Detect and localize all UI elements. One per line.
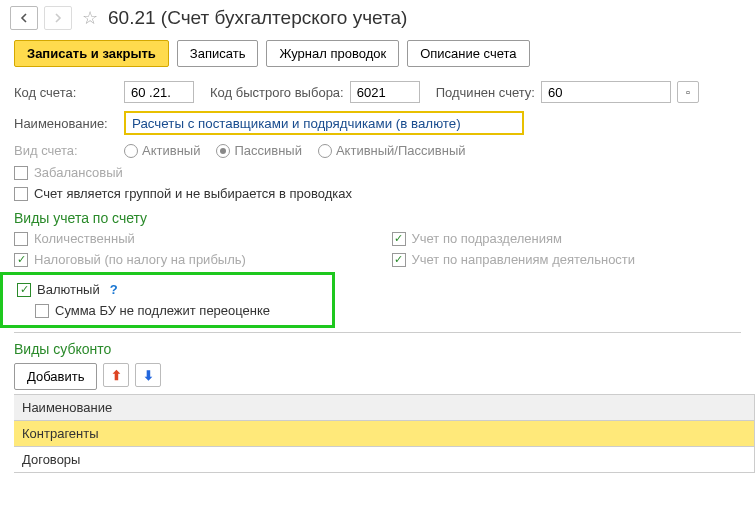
no-reval-row[interactable]: Сумма БУ не подлежит переоценке <box>3 300 332 321</box>
move-down-button[interactable]: ⬇ <box>135 363 161 387</box>
parent-label: Подчинен счету: <box>436 85 535 100</box>
parent-open-button[interactable]: ▫ <box>677 81 699 103</box>
quick-input[interactable] <box>350 81 420 103</box>
name-input[interactable] <box>124 111 524 135</box>
checkbox-icon <box>35 304 49 318</box>
direction-label: Учет по направлениям деятельности <box>412 252 636 267</box>
no-reval-label: Сумма БУ не подлежит переоценке <box>55 303 270 318</box>
group-row[interactable]: Счет является группой и не выбирается в … <box>0 183 755 204</box>
subconto-toolbar: Добавить ⬆ ⬇ <box>0 359 755 394</box>
description-button[interactable]: Описание счета <box>407 40 529 67</box>
code-label: Код счета: <box>14 85 118 100</box>
radio-icon <box>318 144 332 158</box>
radio-active[interactable]: Активный <box>124 143 200 158</box>
tax-row[interactable]: ✓ Налоговый (по налогу на прибыль) <box>0 249 378 270</box>
quantity-label: Количественный <box>34 231 135 246</box>
main-toolbar: Записать и закрыть Записать Журнал прово… <box>0 36 755 77</box>
accounting-types-title: Виды учета по счету <box>0 204 755 228</box>
name-label: Наименование: <box>14 116 118 131</box>
checkbox-icon: ✓ <box>392 232 406 246</box>
radio-both[interactable]: Активный/Пассивный <box>318 143 466 158</box>
dept-row[interactable]: ✓ Учет по подразделениям <box>378 228 756 249</box>
direction-row[interactable]: ✓ Учет по направлениям деятельности <box>378 249 756 270</box>
arrow-right-icon <box>53 13 63 23</box>
checkbox-icon: ✓ <box>392 253 406 267</box>
divider <box>14 332 741 333</box>
radio-icon <box>216 144 230 158</box>
table-header-name: Наименование <box>14 395 755 421</box>
code-input[interactable] <box>124 81 194 103</box>
type-radio-group: Активный Пассивный Активный/Пассивный <box>124 143 466 158</box>
nav-back-button[interactable] <box>10 6 38 30</box>
dept-label: Учет по подразделениям <box>412 231 562 246</box>
radio-both-label: Активный/Пассивный <box>336 143 466 158</box>
arrow-up-icon: ⬆ <box>111 368 122 383</box>
radio-passive[interactable]: Пассивный <box>216 143 302 158</box>
arrow-down-icon: ⬇ <box>143 368 154 383</box>
offbalance-label: Забалансовый <box>34 165 123 180</box>
accounting-types-grid: Количественный ✓ Налоговый (по налогу на… <box>0 228 755 270</box>
offbalance-row[interactable]: Забалансовый <box>0 162 755 183</box>
checkbox-icon <box>14 166 28 180</box>
quantity-row[interactable]: Количественный <box>0 228 378 249</box>
type-row: Вид счета: Активный Пассивный Активный/П… <box>0 139 755 162</box>
currency-label: Валютный <box>37 282 100 297</box>
subconto-title: Виды субконто <box>0 335 755 359</box>
cell-name: Договоры <box>14 447 755 473</box>
open-icon: ▫ <box>686 86 690 98</box>
type-label: Вид счета: <box>14 143 118 158</box>
subconto-table: Наименование Контрагенты Договоры <box>14 394 755 473</box>
name-row: Наименование: <box>0 107 755 139</box>
page-title: 60.21 (Счет бухгалтерского учета) <box>108 7 407 29</box>
nav-forward-button[interactable] <box>44 6 72 30</box>
table-row[interactable]: Контрагенты <box>14 421 755 447</box>
save-button[interactable]: Записать <box>177 40 259 67</box>
parent-input[interactable] <box>541 81 671 103</box>
checkbox-icon: ✓ <box>14 253 28 267</box>
currency-row[interactable]: ✓ Валютный ? <box>3 279 332 300</box>
move-up-button[interactable]: ⬆ <box>103 363 129 387</box>
checkbox-icon <box>14 232 28 246</box>
checkbox-icon: ✓ <box>17 283 31 297</box>
favorite-star-icon[interactable]: ☆ <box>82 7 98 29</box>
radio-icon <box>124 144 138 158</box>
journal-button[interactable]: Журнал проводок <box>266 40 399 67</box>
checkbox-icon <box>14 187 28 201</box>
group-label: Счет является группой и не выбирается в … <box>34 186 352 201</box>
radio-passive-label: Пассивный <box>234 143 302 158</box>
quick-label: Код быстрого выбора: <box>210 85 344 100</box>
table-row[interactable]: Договоры <box>14 447 755 473</box>
help-icon[interactable]: ? <box>110 282 118 297</box>
save-close-button[interactable]: Записать и закрыть <box>14 40 169 67</box>
cell-name: Контрагенты <box>14 421 755 447</box>
header-bar: ☆ 60.21 (Счет бухгалтерского учета) <box>0 0 755 36</box>
radio-active-label: Активный <box>142 143 200 158</box>
code-row: Код счета: Код быстрого выбора: Подчинен… <box>0 77 755 107</box>
tax-label: Налоговый (по налогу на прибыль) <box>34 252 246 267</box>
currency-highlight-box: ✓ Валютный ? Сумма БУ не подлежит переоц… <box>0 272 335 328</box>
arrow-left-icon <box>19 13 29 23</box>
add-button[interactable]: Добавить <box>14 363 97 390</box>
